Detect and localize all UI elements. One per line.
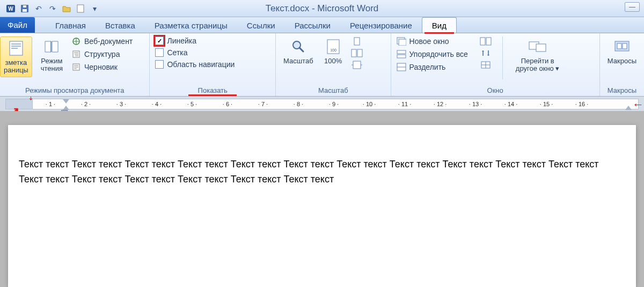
switch-windows-label: Перейти в другое окно ▾ [516, 57, 560, 73]
ribbon: зметка раницы Режим чтения Веб-документ … [0, 33, 644, 97]
navpane-checkbox[interactable]: Область навигации [155, 60, 235, 69]
svg-text:W: W [8, 6, 13, 12]
tab-references[interactable]: Ссылки [237, 18, 285, 33]
split-button[interactable]: Разделить [397, 62, 468, 72]
group-macros: Макросы Макросы [600, 33, 644, 96]
group-show-label: Показать [150, 86, 275, 96]
view-side-by-side-button[interactable] [480, 36, 492, 46]
arrange-all-button[interactable]: Упорядочить все [397, 49, 468, 59]
group-views-label: Режимы просмотра документа [0, 86, 149, 96]
tab-mailings[interactable]: Рассылки [285, 18, 340, 33]
svg-rect-9 [11, 48, 18, 49]
tab-home[interactable]: Главная [46, 18, 96, 33]
ruler-number: · 10 · [352, 101, 387, 107]
arrange-all-label: Упорядочить все [409, 50, 468, 58]
hanging-indent-marker[interactable] [63, 106, 69, 110]
navpane-label: Область навигации [167, 60, 235, 69]
redo-icon[interactable]: ↷ [47, 3, 58, 14]
ruler-number: · 7 · [245, 101, 281, 107]
page-width-button[interactable] [351, 60, 363, 70]
ruler-number: · 6 · [210, 101, 245, 107]
document-page[interactable]: Текст текст Текст текст Текст текст Текс… [8, 125, 636, 287]
ruler-number: · 9 · [316, 101, 352, 107]
ruler-ticks: · 1 ·· 2 ·· 3 ·· 4 ·· 5 ·· 6 ·· 7 ·· 8 ·… [33, 99, 638, 109]
outline-button[interactable]: Структура [71, 49, 133, 59]
magnifier-icon [289, 38, 308, 56]
ruler-left-margin [5, 99, 32, 109]
reading-mode-label: Режим чтения [41, 57, 63, 73]
annotation-underline [188, 94, 237, 96]
print-layout-label: зметка раницы [4, 59, 28, 75]
save-icon[interactable] [19, 3, 30, 14]
web-layout-button[interactable]: Веб-документ [71, 36, 133, 46]
svg-rect-8 [11, 46, 21, 47]
draft-label: Черновик [84, 63, 118, 71]
tab-insert[interactable]: Вставка [96, 18, 145, 33]
tab-page-layout[interactable]: Разметка страницы [145, 18, 237, 33]
open-folder-icon[interactable] [61, 3, 72, 14]
two-pages-button[interactable] [351, 48, 363, 58]
svg-rect-19 [357, 49, 362, 57]
new-doc-icon[interactable] [75, 3, 86, 14]
title-bar: W ↶ ↷ ▾ Текст.docx - Microsoft Word — [0, 0, 644, 17]
qat-dropdown-icon[interactable]: ▾ [89, 3, 100, 14]
annotation-underline [425, 32, 454, 34]
svg-rect-7 [11, 43, 21, 45]
svg-rect-34 [623, 43, 627, 49]
reset-position-button[interactable] [480, 60, 492, 70]
left-indent-marker[interactable] [61, 110, 68, 112]
macros-button[interactable]: Макросы [605, 36, 639, 66]
split-icon [397, 62, 406, 72]
new-window-button[interactable]: Новое окно [397, 36, 468, 46]
ruler-number: · 2 · [68, 101, 104, 107]
window-controls: — [625, 2, 640, 12]
macros-label: Макросы [608, 57, 636, 65]
zoom-100-button[interactable]: 100 100% [322, 36, 345, 66]
print-layout-icon [7, 39, 25, 57]
first-line-indent-marker[interactable] [63, 99, 69, 104]
draft-icon [71, 62, 81, 72]
zoom-button[interactable]: Масштаб [281, 36, 316, 66]
ruler-checkbox[interactable]: Линейка [155, 36, 235, 45]
print-layout-button[interactable]: зметка раницы [0, 36, 32, 77]
window-title: Текст.docx - Microsoft Word [266, 3, 379, 14]
svg-rect-28 [486, 38, 491, 45]
group-window: Новое окно Упорядочить все Разделить Пер… [391, 33, 600, 96]
one-page-button[interactable] [351, 36, 363, 46]
checkbox-icon [155, 36, 164, 45]
group-macros-label: Макросы [600, 86, 644, 96]
svg-rect-4 [23, 5, 26, 8]
ruler-label: Линейка [167, 36, 196, 45]
svg-rect-24 [397, 55, 406, 58]
reading-mode-icon [42, 38, 61, 56]
gridlines-checkbox[interactable]: Сетка [155, 48, 235, 57]
ruler-track[interactable]: · 1 ·· 2 ·· 3 ·· 4 ·· 5 ·· 6 ·· 7 ·· 8 ·… [32, 99, 639, 109]
tab-file[interactable]: Файл [0, 17, 35, 33]
tab-review[interactable]: Рецензирование [340, 18, 422, 33]
word-icon[interactable]: W [5, 3, 16, 14]
svg-rect-18 [352, 49, 356, 57]
sync-scroll-button[interactable] [480, 48, 492, 58]
horizontal-ruler[interactable]: · 1 ·· 2 ·· 3 ·· 4 ·· 5 ·· 6 ·· 7 ·· 8 ·… [0, 97, 644, 112]
zoom-100-label: 100% [324, 57, 342, 65]
checkbox-icon [155, 60, 164, 69]
gridlines-label: Сетка [167, 48, 187, 57]
svg-rect-31 [536, 44, 546, 51]
paragraph[interactable]: Текст текст Текст текст Текст текст Текс… [19, 157, 625, 187]
switch-windows-icon [529, 38, 547, 56]
ruler-number: · 15 · [529, 101, 564, 107]
minimize-button[interactable]: — [625, 2, 640, 12]
ruler-number: · 8 · [281, 101, 316, 107]
quick-access-toolbar: W ↶ ↷ ▾ [0, 3, 100, 14]
tab-view[interactable]: Вид [422, 17, 457, 33]
group-zoom: Масштаб 100 100% Масштаб [276, 33, 391, 96]
ribbon-tabs: Файл Главная Вставка Разметка страницы С… [0, 17, 644, 33]
web-layout-label: Веб-документ [84, 37, 133, 46]
right-indent-marker[interactable] [625, 106, 632, 110]
svg-rect-33 [617, 43, 621, 49]
draft-button[interactable]: Черновик [71, 62, 133, 72]
switch-windows-button[interactable]: Перейти в другое окно ▾ [514, 36, 562, 74]
ruler-number: · 13 · [458, 101, 493, 107]
undo-icon[interactable]: ↶ [33, 3, 44, 14]
reading-mode-button[interactable]: Режим чтения [39, 36, 65, 74]
